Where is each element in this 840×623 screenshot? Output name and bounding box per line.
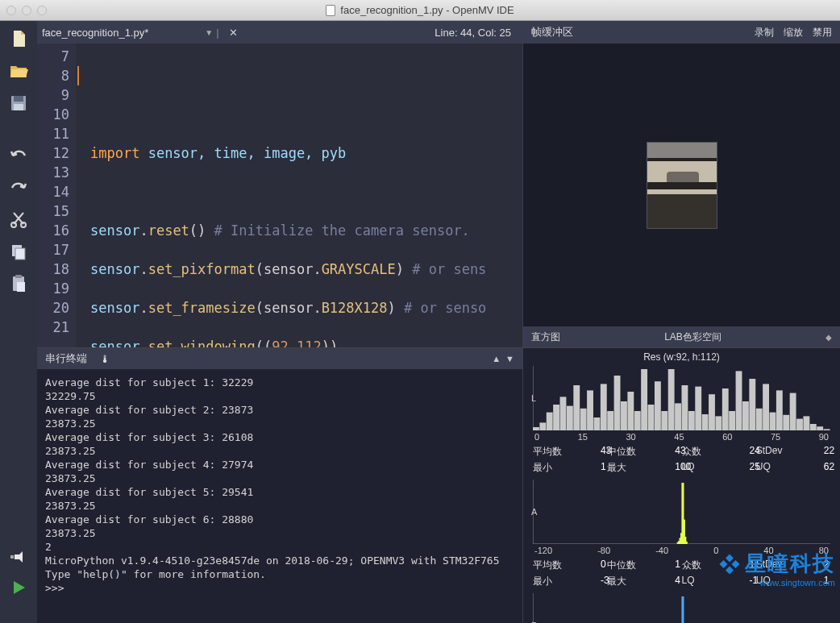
svg-rect-65 [680, 538, 682, 544]
run-script-icon[interactable] [7, 576, 30, 599]
a-histogram-chart: A [533, 480, 830, 544]
svg-rect-15 [553, 405, 559, 430]
svg-rect-33 [675, 403, 681, 430]
line-gutter: 789101112131415161718192021 [37, 44, 76, 347]
histogram-resolution: Res (w:92, h:112) [533, 351, 830, 363]
new-file-icon[interactable] [7, 27, 30, 50]
code-body[interactable]: import sensor, time, image, pyb sensor.r… [76, 44, 522, 347]
record-button[interactable]: 录制 [755, 26, 774, 39]
terminal-pane: 串行终端 🌡 ▲ ▼ Average dist for subject 1: 3… [37, 348, 522, 623]
editor-tabbar: face_recognition_1.py* ▼ | ✕ Line: 44, C… [37, 21, 522, 44]
svg-rect-34 [682, 385, 688, 430]
window-titlebar: face_recognition_1.py - OpenMV IDE [0, 0, 840, 21]
terminal-output[interactable]: Average dist for subject 1: 32229 32229.… [37, 369, 522, 623]
a-stats-2: 最小-3 最大4 LQ-1 UQ1 [533, 575, 830, 588]
tab-filename: face_recognition_1.py* [42, 27, 148, 39]
tab-dropdown-icon[interactable]: ▼ [205, 28, 213, 37]
svg-rect-46 [763, 384, 769, 430]
svg-rect-12 [533, 427, 539, 430]
svg-rect-69 [681, 596, 684, 623]
colorspace-select[interactable]: LAB色彩空间 [560, 330, 825, 344]
histogram-pane: Res (w:92, h:112) L 0153045607590 平均数43 … [522, 348, 840, 623]
svg-rect-49 [783, 415, 789, 430]
undo-icon[interactable] [7, 143, 30, 166]
connect-icon[interactable] [7, 546, 30, 568]
cut-icon[interactable] [7, 208, 30, 231]
svg-rect-8 [15, 275, 22, 278]
svg-rect-43 [742, 401, 749, 430]
svg-rect-35 [688, 411, 695, 430]
svg-rect-75 [10, 555, 14, 559]
camera-preview [523, 44, 840, 326]
minimize-window-icon[interactable] [22, 6, 31, 15]
a-axis: -120-80-4004080 [533, 546, 830, 555]
left-toolbar [0, 21, 37, 623]
collapse-up-icon[interactable]: ▲ [492, 354, 501, 363]
document-icon [326, 5, 335, 16]
svg-rect-50 [790, 393, 796, 430]
svg-rect-55 [824, 429, 830, 430]
colorspace-dropdown-icon[interactable]: ◆ [825, 333, 832, 342]
svg-rect-32 [668, 369, 675, 430]
disable-button[interactable]: 禁用 [813, 26, 832, 39]
svg-rect-14 [547, 413, 553, 430]
svg-rect-54 [817, 426, 823, 430]
histogram-title: 直方图 [531, 330, 560, 344]
svg-rect-31 [661, 411, 667, 430]
tab-close-icon[interactable]: ✕ [229, 27, 238, 39]
svg-point-4 [21, 222, 26, 227]
l-channel-section: L 0153045607590 平均数43 中位数43 众数24 StDev22 [533, 366, 830, 475]
svg-rect-2 [14, 104, 23, 110]
histogram-header: 直方图 LAB色彩空间 ◆ [523, 326, 840, 347]
copy-icon[interactable] [7, 240, 30, 263]
redo-icon[interactable] [7, 176, 30, 198]
code-editor[interactable]: 789101112131415161718192021 import senso… [37, 44, 522, 347]
close-window-icon[interactable] [6, 6, 16, 15]
terminal-header: 串行终端 🌡 ▲ ▼ [37, 348, 522, 369]
thermometer-icon[interactable]: 🌡 [100, 353, 110, 365]
framebuffer-title: 帧缓冲区 [531, 25, 573, 39]
cursor-position: Line: 44, Col: 25 [435, 27, 511, 39]
paste-icon[interactable] [7, 272, 30, 295]
svg-rect-26 [627, 392, 634, 430]
svg-rect-45 [756, 409, 763, 430]
svg-rect-52 [803, 416, 809, 430]
svg-rect-41 [729, 411, 735, 430]
svg-rect-21 [593, 417, 600, 430]
svg-rect-20 [587, 390, 593, 430]
terminal-title: 串行终端 [45, 351, 87, 366]
svg-rect-27 [634, 411, 641, 430]
b-channel-section: B -120-80-4004080 平均数0 中位数 众 St1 [533, 593, 830, 623]
svg-rect-29 [648, 405, 655, 430]
save-icon[interactable] [7, 92, 30, 114]
svg-rect-25 [621, 401, 627, 430]
editor-pane: face_recognition_1.py* ▼ | ✕ Line: 44, C… [37, 21, 522, 347]
framebuffer-header: 帧缓冲区 录制 缩放 禁用 [523, 21, 840, 44]
svg-rect-47 [770, 413, 776, 430]
maximize-window-icon[interactable] [37, 6, 47, 15]
svg-rect-62 [685, 542, 688, 544]
l-axis: 0153045607590 [533, 432, 830, 442]
l-histogram-chart: L [533, 366, 830, 430]
svg-rect-13 [539, 422, 546, 430]
editor-tab[interactable]: face_recognition_1.py* ▼ | ✕ [42, 27, 238, 39]
b-histogram-chart: B [533, 593, 830, 623]
svg-rect-42 [736, 371, 742, 430]
zoom-button[interactable]: 缩放 [784, 26, 803, 39]
svg-rect-51 [796, 419, 803, 430]
svg-rect-1 [14, 96, 23, 102]
svg-rect-39 [715, 416, 721, 430]
traffic-lights [6, 6, 47, 15]
svg-rect-18 [573, 385, 580, 430]
open-folder-icon[interactable] [7, 60, 30, 82]
svg-rect-28 [641, 369, 647, 430]
svg-rect-30 [655, 381, 661, 430]
svg-rect-19 [580, 409, 587, 430]
svg-rect-23 [607, 411, 613, 430]
collapse-down-icon[interactable]: ▼ [505, 354, 514, 363]
svg-rect-24 [614, 376, 621, 430]
a-channel-section: A -120-80-4004080 平均数0 中位数1 众数1 StDev2 [533, 480, 830, 588]
svg-rect-17 [567, 406, 573, 430]
l-stats-1: 平均数43 中位数43 众数24 StDev22 [533, 445, 830, 459]
svg-rect-53 [810, 424, 817, 430]
